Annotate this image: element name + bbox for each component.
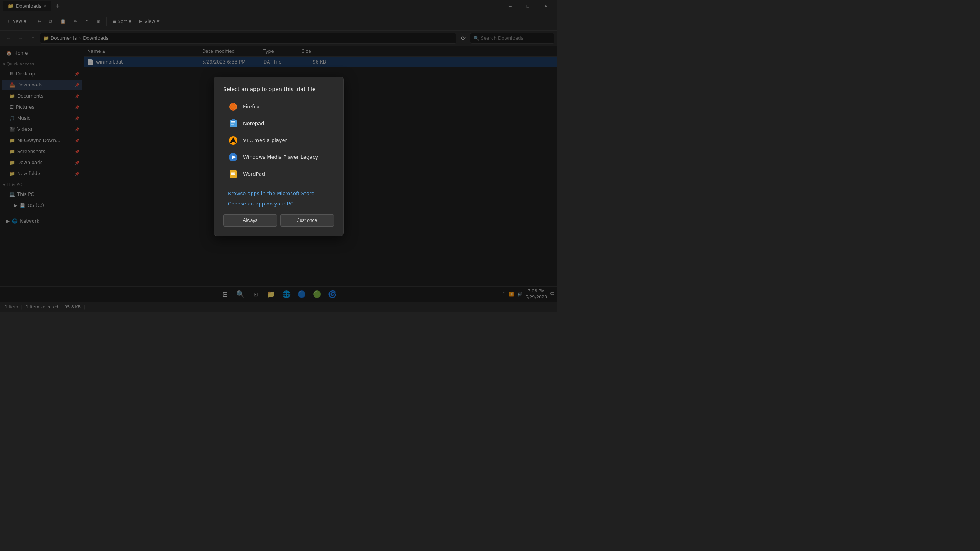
app-item-vlc[interactable]: VLC media player: [223, 132, 334, 149]
firefox-label: Firefox: [243, 104, 260, 109]
wmp-icon: [228, 152, 238, 162]
svg-rect-16: [231, 174, 235, 175]
wmp-label: Windows Media Player Legacy: [243, 154, 318, 160]
modal-divider: [223, 186, 334, 186]
svg-rect-14: [231, 172, 235, 173]
wordpad-icon: [228, 169, 238, 179]
svg-rect-5: [231, 124, 234, 125]
app-item-notepad[interactable]: Notepad: [223, 115, 334, 132]
open-with-dialog: Select an app to open this .dat file Fir…: [214, 77, 344, 236]
app-item-wmp[interactable]: Windows Media Player Legacy: [223, 149, 334, 166]
svg-rect-6: [232, 119, 235, 121]
svg-rect-9: [232, 142, 235, 143]
svg-rect-17: [231, 176, 234, 176]
svg-rect-13: [230, 170, 237, 178]
svg-rect-10: [231, 143, 235, 143]
svg-rect-2: [230, 120, 237, 127]
modal-overlay: Select an app to open this .dat file Fir…: [0, 0, 557, 312]
browse-store-link[interactable]: Browse apps in the Microsoft Store: [223, 189, 334, 198]
vlc-icon: [228, 135, 238, 145]
always-button[interactable]: Always: [223, 214, 277, 227]
just-once-button[interactable]: Just once: [280, 214, 334, 227]
wordpad-icon-wrap: [228, 169, 238, 179]
notepad-icon: [228, 119, 238, 129]
firefox-icon: [228, 102, 238, 112]
vlc-icon-wrap: [228, 135, 238, 146]
svg-rect-4: [231, 122, 235, 123]
wordpad-label: WordPad: [243, 171, 265, 177]
vlc-label: VLC media player: [243, 137, 287, 143]
firefox-icon-wrap: [228, 101, 238, 112]
dialog-title: Select an app to open this .dat file: [223, 86, 334, 92]
choose-app-link[interactable]: Choose an app on your PC: [223, 199, 334, 208]
wmp-icon-wrap: [228, 152, 238, 163]
app-item-firefox[interactable]: Firefox: [223, 98, 334, 115]
modal-actions: Always Just once: [223, 214, 334, 227]
notepad-icon-wrap: [228, 118, 238, 129]
svg-rect-3: [231, 121, 235, 122]
app-item-wordpad[interactable]: WordPad: [223, 166, 334, 183]
svg-rect-15: [231, 173, 235, 174]
notepad-label: Notepad: [243, 121, 264, 126]
